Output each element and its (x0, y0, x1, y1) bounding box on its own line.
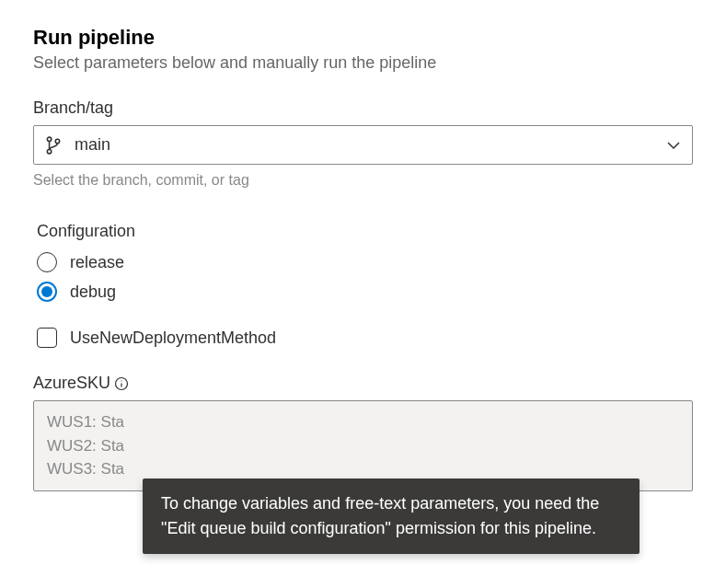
azuresku-textarea: WUS1: Sta WUS2: Sta WUS3: Sta (33, 400, 693, 491)
checkbox-icon (37, 328, 57, 348)
page-title: Run pipeline (33, 26, 693, 50)
deployment-label: UseNewDeploymentMethod (70, 329, 276, 348)
info-icon[interactable] (114, 376, 129, 391)
branch-label: Branch/tag (33, 98, 693, 118)
page-subtitle: Select parameters below and manually run… (33, 53, 693, 73)
radio-label: release (70, 253, 124, 272)
radio-debug[interactable]: debug (37, 282, 693, 302)
chevron-down-icon (666, 141, 681, 150)
branch-value: main (75, 135, 666, 155)
azuresku-line: WUS2: Sta (47, 434, 679, 458)
permission-tooltip: To change variables and free-text parame… (143, 478, 640, 554)
configuration-radio-group: release debug (37, 252, 693, 302)
svg-point-4 (121, 380, 121, 381)
radio-label: debug (70, 282, 116, 302)
configuration-label: Configuration (37, 222, 693, 241)
deployment-checkbox-row[interactable]: UseNewDeploymentMethod (37, 328, 693, 348)
azuresku-label: AzureSKU (33, 374, 110, 393)
azuresku-line: WUS1: Sta (47, 410, 679, 434)
azuresku-line: WUS3: Sta (47, 457, 679, 481)
branch-select[interactable]: main (33, 125, 693, 165)
radio-icon (37, 282, 57, 302)
svg-point-1 (47, 149, 51, 153)
branch-helper: Select the branch, commit, or tag (33, 172, 693, 189)
svg-point-2 (55, 139, 59, 143)
branch-icon (45, 136, 62, 155)
radio-release[interactable]: release (37, 252, 693, 272)
radio-icon (37, 252, 57, 272)
svg-point-0 (47, 137, 51, 141)
